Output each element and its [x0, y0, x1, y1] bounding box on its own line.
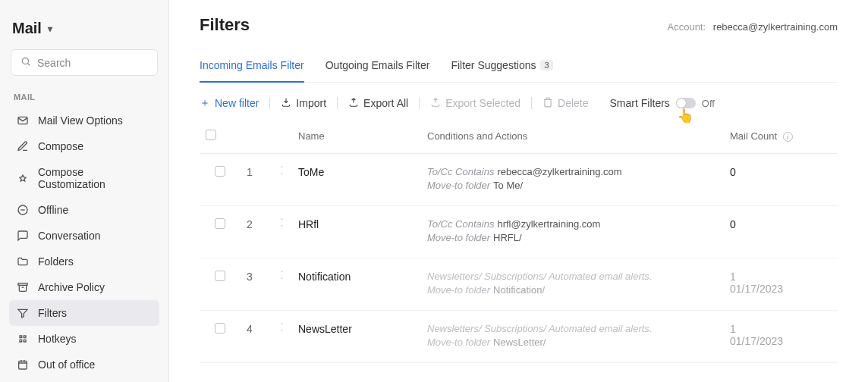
sidebar-item-label: Out of office [38, 359, 95, 371]
row-checkbox[interactable] [215, 271, 225, 281]
search-input[interactable] [37, 57, 148, 69]
sidebar-section-label: MAIL [9, 89, 159, 108]
header-checkbox-cell [200, 122, 241, 154]
sidebar-item-label: Offline [38, 204, 68, 216]
trash-icon [542, 97, 553, 110]
sidebar-item-label: Filters [38, 307, 67, 319]
sidebar: Mail ▾ MAIL Mail View OptionsComposeComp… [0, 0, 169, 382]
app-title: Mail [12, 20, 42, 37]
row-conditions: To/Cc Containsrebecca@zylkertraining.com… [421, 154, 724, 206]
svg-rect-5 [19, 361, 27, 369]
sidebar-item-archive[interactable]: Archive Policy [9, 274, 159, 300]
smart-filters-toggle[interactable] [676, 98, 696, 108]
info-icon[interactable]: i [783, 132, 793, 142]
select-all-checkbox[interactable] [206, 130, 216, 140]
row-name: Notification [292, 258, 421, 311]
sidebar-item-compose[interactable]: Compose [9, 133, 159, 159]
row-name: NewsLetter [292, 311, 421, 363]
tabs: Incoming Emails FilterOutgoing Emails Fi… [200, 53, 838, 83]
row-order: 2 [241, 206, 274, 258]
reorder-handle[interactable]: ˄˅ [280, 166, 286, 179]
row-count-cell: 0 [724, 206, 838, 258]
reorder-handle[interactable]: ˄˅ [280, 323, 286, 336]
row-count-cell: 101/17/2023 [724, 311, 838, 363]
export-all-button[interactable]: Export All [348, 97, 408, 110]
chevron-up-icon: ˄ [280, 271, 286, 277]
row-order: 1 [241, 154, 274, 206]
export-selected-button[interactable]: Export Selected [430, 97, 520, 110]
export-selected-label: Export Selected [445, 97, 520, 109]
header-name: Name [292, 122, 421, 154]
chevron-down-icon: ˅ [280, 225, 286, 231]
svg-point-0 [22, 58, 28, 64]
tab-label: Outgoing Emails Filter [326, 59, 430, 71]
sidebar-item-customize[interactable]: Compose Customization [9, 159, 159, 197]
row-conditions: Newsletters/ Subscriptions/ Automated em… [421, 311, 724, 363]
page-title: Filters [200, 15, 250, 35]
archive-icon [17, 281, 29, 293]
reorder-handle[interactable]: ˄˅ [280, 218, 286, 231]
row-checkbox[interactable] [215, 218, 225, 229]
account-label: Account: [668, 21, 706, 33]
sidebar-item-mail-options[interactable]: Mail View Options [9, 108, 159, 133]
new-filter-button[interactable]: ＋ New filter [200, 96, 259, 110]
tab-filter-suggestions[interactable]: Filter Suggestions3 [451, 53, 552, 82]
conversation-icon [17, 230, 29, 242]
out-of-office-icon [17, 359, 29, 371]
table-row[interactable]: 2˄˅HRflTo/Cc Containshrfl@zylkertraining… [200, 206, 838, 258]
search-box[interactable] [11, 49, 158, 76]
table-row[interactable]: 1˄˅ToMeTo/Cc Containsrebecca@zylkertrain… [200, 154, 838, 206]
row-name: ToMe [292, 154, 421, 206]
mail-options-icon [17, 114, 29, 127]
search-icon [20, 56, 31, 69]
hotkeys-icon [17, 333, 29, 345]
row-checkbox[interactable] [215, 166, 225, 177]
row-order: 4 [241, 311, 274, 363]
main: Filters Account: rebecca@zylkertraining.… [169, 0, 868, 382]
reorder-handle[interactable]: ˄˅ [280, 271, 286, 283]
import-label: Import [296, 97, 326, 109]
chevron-up-icon: ˄ [280, 166, 286, 172]
row-count-cell: 0 [724, 154, 838, 206]
tab-label: Incoming Emails Filter [200, 59, 304, 71]
divider [531, 97, 532, 109]
sidebar-item-label: Mail View Options [38, 114, 123, 127]
plus-icon: ＋ [200, 96, 210, 110]
svg-rect-4 [18, 283, 27, 286]
row-checkbox[interactable] [215, 323, 225, 333]
export-icon [348, 97, 359, 110]
sidebar-item-label: Folders [38, 255, 74, 268]
row-name: HRfl [292, 206, 421, 258]
table-row[interactable]: 3˄˅NotificationNewsletters/ Subscription… [200, 258, 838, 311]
delete-button[interactable]: Delete [542, 97, 588, 110]
sidebar-item-out-of-office[interactable]: Out of office [9, 352, 159, 377]
chevron-down-icon: ˅ [280, 173, 286, 179]
account-display: Account: rebecca@zylkertraining.com [668, 21, 838, 33]
table-row[interactable]: 4˄˅NewsLetterNewsletters/ Subscriptions/… [200, 311, 838, 363]
sidebar-item-filter[interactable]: Filters [9, 300, 159, 326]
app-switcher[interactable]: Mail ▾ [9, 14, 159, 49]
tab-outgoing-emails-filter[interactable]: Outgoing Emails Filter [326, 53, 430, 82]
sidebar-item-offline[interactable]: Offline [9, 197, 159, 223]
sidebar-item-conversation[interactable]: Conversation [9, 223, 159, 249]
sidebar-item-folder[interactable]: Folders [9, 249, 159, 274]
divider [337, 97, 338, 109]
sidebar-item-hotkeys[interactable]: Hotkeys [9, 326, 159, 352]
row-conditions: To/Cc Containshrfl@zylkertraining.comMov… [421, 206, 724, 258]
delete-label: Delete [558, 97, 588, 109]
import-button[interactable]: Import [281, 97, 326, 110]
sidebar-item-label: Compose Customization [38, 166, 152, 190]
sidebar-item-label: Hotkeys [38, 333, 77, 345]
customize-icon [17, 172, 29, 184]
chevron-up-icon: ˄ [280, 323, 286, 329]
tab-incoming-emails-filter[interactable]: Incoming Emails Filter [200, 53, 304, 82]
new-filter-label: New filter [215, 97, 259, 109]
export-icon [430, 97, 441, 110]
header-count: Mail Count i [724, 122, 838, 154]
divider [269, 97, 270, 109]
sidebar-nav: Mail View OptionsComposeCompose Customiz… [9, 108, 159, 377]
import-icon [281, 97, 291, 110]
account-value: rebecca@zylkertraining.com [713, 21, 838, 33]
smart-filters-label: Smart Filters [610, 97, 670, 109]
tab-label: Filter Suggestions [451, 59, 536, 71]
